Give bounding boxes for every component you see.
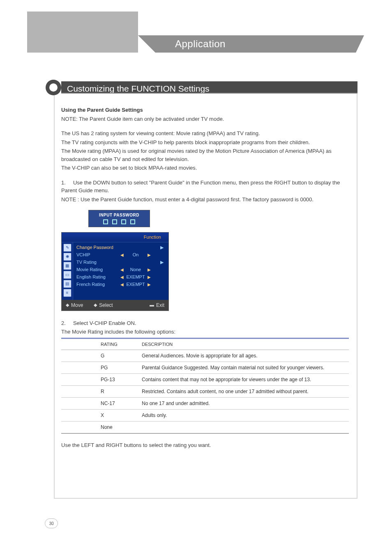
osd-value: EXEMPT [124, 274, 147, 281]
arrow-right-icon: ▶ [147, 252, 151, 258]
osd-title: Function [62, 233, 168, 242]
header-tab: Application [27, 35, 356, 53]
osd-list: Change Password ▶ VCHIP ◀ On ▶ TV Rating… [73, 242, 168, 300]
password-cell [130, 219, 135, 224]
osd-function-menu: Function ✎ ✺ ▦ ▭ ▤ ≡ Change Password ▶ V… [61, 232, 169, 311]
content-border-left [54, 94, 55, 498]
cell-desc: Contains content that may not be appropr… [139, 374, 349, 386]
section-bullet-icon [46, 80, 61, 95]
arrow-left-icon: ◀ [120, 267, 124, 273]
cell-rating: G [61, 350, 139, 362]
osd-value: EXEMPT [124, 281, 147, 288]
diamond-icon: ◆ [94, 302, 97, 309]
header-gray-block [27, 12, 138, 35]
cell-desc: Parental Guidance Suggested. May contain… [139, 362, 349, 374]
menu-icon: ✎ [63, 244, 71, 252]
cell-desc: Restricted. Contains adult content, no o… [139, 386, 349, 398]
paragraph-1: The US has 2 rating system for viewing c… [61, 129, 349, 138]
step-2-num: 2. [61, 320, 66, 326]
arrow-left-icon: ◀ [120, 252, 124, 258]
osd-label: Movie Rating [76, 266, 120, 273]
note-2: NOTE : Use the Parent Guide function, mu… [61, 196, 349, 204]
table-row: GGeneral Audiences. Movie is appropriate… [61, 350, 349, 362]
osd-foot-exit: Exit [156, 302, 164, 309]
table-row: NC-17No one 17 and under admitted. [61, 398, 349, 410]
table-row: PG-13Contains content that may not be ap… [61, 374, 349, 386]
osd-label: French Rating [76, 281, 120, 288]
paragraph-4: The V-CHIP can also be set to block MPAA… [61, 164, 349, 172]
section-heading: Customizing the FUNCTION Settings [61, 81, 215, 94]
osd-label: English Rating [76, 274, 120, 281]
table-header-row: RATING DESCRIPTION [61, 338, 349, 350]
col-rating: RATING [61, 338, 139, 350]
cell-rating: X [61, 410, 139, 421]
header-tab-left [27, 35, 138, 53]
cell-desc: No one 17 and under admitted. [139, 398, 349, 410]
arrow-left-icon: ◀ [120, 274, 124, 280]
osd-label: Change Password [76, 244, 120, 251]
step-1: 1. Use the DOWN button to select "Parent… [61, 179, 349, 195]
osd-value: None [124, 266, 147, 273]
arrow-left-icon: ◀ [120, 281, 124, 288]
header-title-text: Application [175, 37, 226, 51]
osd-value: On [124, 251, 147, 258]
osd-label: TV Rating [76, 259, 120, 266]
osd-row-change-password: Change Password ▶ [76, 244, 165, 251]
table-row: None [61, 421, 349, 434]
osd-row-english-rating: English Rating ◀ EXEMPT ▶ [76, 274, 165, 281]
updown-icon: ◆ [66, 302, 69, 309]
osd-foot-move: Move [71, 302, 83, 309]
cell-desc [139, 421, 349, 434]
cell-desc: Adults only. [139, 410, 349, 421]
osd-row-tv-rating: TV Rating ▶ [76, 259, 165, 266]
osd-row-movie-rating: Movie Rating ◀ None ▶ [76, 266, 165, 274]
note-1: NOTE: The Parent Guide item can only be … [61, 115, 349, 123]
table-row: RRestricted. Contains adult content, no … [61, 386, 349, 398]
arrow-right-icon: ▶ [147, 267, 151, 273]
paragraph-3: The Movie rating (MPAA) is used for orig… [61, 147, 349, 163]
cell-rating: R [61, 386, 139, 398]
section-heading-bar: Customizing the FUNCTION Settings [61, 81, 357, 94]
table-row: XAdults only. [61, 410, 349, 421]
osd-foot-select: Select [99, 302, 113, 309]
password-box: INPUT PASSWORD [88, 210, 150, 227]
cell-rating: PG-13 [61, 374, 139, 386]
password-cells [89, 219, 150, 224]
col-description: DESCRIPTION [139, 338, 349, 350]
paragraph-2: The TV rating conjuncts with the V-CHIP … [61, 138, 349, 147]
cell-rating: None [61, 421, 139, 434]
step-1-text: Use the DOWN button to select "Parent Gu… [61, 180, 340, 194]
section-underline [61, 93, 357, 94]
page-number: 30 [45, 518, 58, 528]
header-tab-title: Application [138, 35, 356, 53]
exit-icon: ▬ [150, 302, 154, 309]
menu-icon: ▦ [63, 262, 71, 270]
menu-icon: ▭ [63, 271, 71, 279]
osd-label: VCHIP [76, 251, 120, 258]
content-area: Using the Parent Guide Settings NOTE: Th… [61, 106, 349, 450]
password-cell [103, 219, 108, 224]
osd-row-french-rating: French Rating ◀ EXEMPT ▶ [76, 281, 165, 288]
table-row: PGParental Guidance Suggested. May conta… [61, 362, 349, 374]
arrow-right-icon: ▶ [160, 259, 165, 266]
content-border-bottom [54, 498, 357, 499]
step-2-text: Select V-CHIP Enable ON. [73, 320, 136, 326]
cell-rating: NC-17 [61, 398, 139, 410]
password-cell [121, 219, 126, 224]
menu-icon: ✺ [63, 253, 71, 261]
osd-footer: ◆Move ◆Select ▬Exit [62, 300, 168, 311]
step-2: 2. Select V-CHIP Enable ON. [61, 319, 349, 327]
password-box-title: INPUT PASSWORD [89, 212, 150, 218]
footer-instruction: Use the LEFT and RIGHT buttons to select… [61, 441, 349, 449]
step-1-num: 1. [61, 180, 66, 186]
arrow-right-icon: ▶ [147, 281, 151, 288]
osd-icon-column: ✎ ✺ ▦ ▭ ▤ ≡ [62, 242, 73, 300]
menu-icon: ▤ [63, 280, 71, 288]
osd-row-vchip: VCHIP ◀ On ▶ [76, 251, 165, 259]
step-2-sub: The Movie Rating includes the following … [61, 328, 349, 336]
menu-icon: ≡ [63, 289, 71, 297]
content-border-right [357, 94, 357, 499]
ratings-table: RATING DESCRIPTION GGeneral Audiences. M… [61, 338, 349, 434]
cell-desc: General Audiences. Movie is appropriate … [139, 350, 349, 362]
password-cell [112, 219, 117, 224]
